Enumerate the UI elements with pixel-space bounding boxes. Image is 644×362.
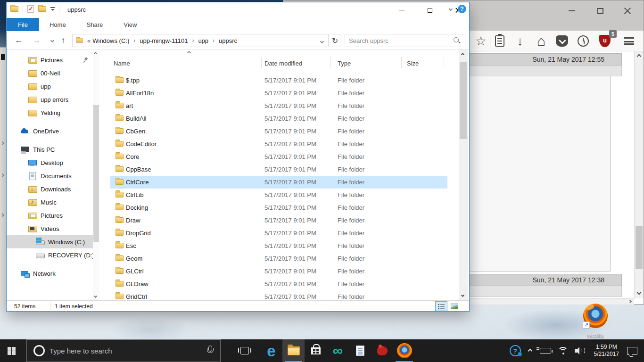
refresh-button[interactable]: ↻ bbox=[329, 34, 341, 47]
file-row[interactable]: BuildAll 5/17/2017 9:01 PM File folder bbox=[110, 112, 447, 125]
scroll-up-icon[interactable] bbox=[637, 54, 642, 59]
address-dropdown-icon[interactable] bbox=[321, 37, 328, 44]
sidebar-item[interactable]: Documents bbox=[7, 169, 93, 182]
scroll-down-icon[interactable] bbox=[461, 294, 464, 297]
taskbar-search-box[interactable] bbox=[26, 339, 221, 362]
new-folder-qat-icon[interactable] bbox=[38, 6, 46, 12]
minimize-button[interactable] bbox=[562, 5, 581, 16]
list-scrollbar[interactable] bbox=[459, 49, 468, 301]
maximize-button[interactable] bbox=[591, 5, 610, 16]
sidebar-item[interactable]: upp bbox=[7, 80, 93, 93]
column-header-date[interactable]: Date modified bbox=[264, 60, 302, 67]
sidebar-item[interactable]: This PC bbox=[7, 143, 93, 156]
file-row[interactable]: AllForI18n 5/17/2017 9:01 PM File folder bbox=[110, 87, 447, 99]
taskbar-app[interactable] bbox=[393, 339, 415, 362]
customize-qat-icon[interactable] bbox=[50, 7, 55, 11]
forward-button[interactable]: → bbox=[31, 34, 43, 47]
file-row[interactable]: CtrlCore 5/17/2017 9:01 PM File folder bbox=[110, 176, 447, 189]
history-icon[interactable] bbox=[575, 33, 591, 49]
reading-list-icon[interactable] bbox=[492, 33, 508, 49]
battery-icon[interactable] bbox=[540, 348, 551, 354]
hidden-icons-chevron[interactable] bbox=[528, 348, 533, 354]
wifi-icon[interactable] bbox=[558, 347, 568, 354]
file-row[interactable]: CbGen 5/17/2017 9:01 PM File folder bbox=[110, 125, 447, 138]
start-button[interactable] bbox=[0, 339, 23, 362]
scroll-right-icon[interactable] bbox=[628, 300, 632, 303]
home-icon[interactable]: ⌂ bbox=[533, 33, 549, 49]
details-view-button[interactable] bbox=[435, 301, 447, 311]
taskbar-app[interactable]: e bbox=[260, 339, 282, 362]
file-row[interactable]: art 5/17/2017 9:01 PM File folder bbox=[110, 99, 447, 112]
sidebar-item[interactable]: RECOVERY (D:) bbox=[7, 248, 93, 262]
pocket-icon[interactable] bbox=[554, 33, 570, 49]
file-row[interactable]: Draw 5/17/2017 9:01 PM File folder bbox=[110, 214, 447, 227]
file-row[interactable]: Esc 5/17/2017 9:01 PM File folder bbox=[110, 239, 447, 252]
taskbar-app[interactable] bbox=[371, 339, 393, 362]
breadcrumb-segment[interactable]: Windows (C:) bbox=[91, 37, 130, 44]
minimize-button[interactable] bbox=[391, 2, 413, 18]
taskbar-app[interactable] bbox=[349, 339, 371, 362]
file-row[interactable]: GLCtrl 5/17/2017 9:01 PM File folder bbox=[110, 265, 447, 278]
ublock-shield-icon[interactable]: u 5 bbox=[597, 33, 613, 49]
sidebar-item[interactable]: Network bbox=[7, 267, 93, 280]
back-button[interactable]: ← bbox=[13, 34, 25, 47]
file-row[interactable]: GridCtrl 5/17/2017 9:01 PM File folder bbox=[110, 290, 447, 301]
task-view-button[interactable] bbox=[233, 339, 256, 362]
file-row[interactable]: CodeEditor 5/17/2017 9:01 PM File folder bbox=[110, 138, 447, 150]
taskbar-app[interactable] bbox=[282, 339, 305, 362]
taskbar-clock[interactable]: 1:59 PM 5/21/2017 bbox=[594, 344, 619, 358]
breadcrumb-separator-icon[interactable]: › bbox=[209, 37, 218, 44]
scroll-up-icon[interactable] bbox=[461, 53, 464, 56]
sidebar-item[interactable]: OneDrive bbox=[7, 124, 93, 138]
taskbar-search-input[interactable] bbox=[50, 347, 206, 355]
scroll-down-icon[interactable] bbox=[637, 290, 642, 295]
file-row[interactable]: DropGrid 5/17/2017 9:01 PM File folder bbox=[110, 227, 447, 239]
scrollbar-thumb[interactable] bbox=[636, 226, 643, 269]
close-button[interactable] bbox=[618, 5, 637, 16]
microphone-icon[interactable] bbox=[206, 346, 214, 356]
volume-icon[interactable] bbox=[575, 346, 586, 355]
sidebar-item[interactable]: Downloads bbox=[7, 182, 93, 196]
sidebar-item[interactable]: Windows (C:) bbox=[7, 235, 93, 248]
downloads-icon[interactable]: ↓ bbox=[512, 33, 528, 49]
scroll-up-icon[interactable] bbox=[94, 52, 97, 55]
taskbar-app[interactable] bbox=[305, 339, 327, 362]
vertical-scrollbar[interactable] bbox=[634, 51, 644, 298]
properties-qat-icon[interactable] bbox=[27, 5, 34, 13]
file-row[interactable]: CppBase 5/17/2017 9:01 PM File folder bbox=[110, 163, 447, 176]
file-row[interactable]: Docking 5/17/2017 9:01 PM File folder bbox=[110, 201, 447, 214]
taskbar-app[interactable]: ∞ bbox=[327, 339, 349, 362]
sidebar-item[interactable]: Music bbox=[7, 196, 93, 209]
file-row[interactable]: CtrlLib 5/17/2017 9:01 PM File folder bbox=[110, 189, 447, 201]
breadcrumb-segment[interactable]: upp bbox=[197, 37, 209, 44]
address-bar[interactable]: « Windows (C:) › upp-mingw-11101 › upp ›… bbox=[72, 34, 329, 47]
search-box[interactable] bbox=[345, 34, 465, 47]
breadcrumb-segment[interactable]: uppsrc bbox=[218, 37, 238, 44]
help-button[interactable]: ? bbox=[458, 5, 466, 13]
scroll-down-icon[interactable] bbox=[94, 295, 97, 298]
sidebar-item[interactable]: 00-Neil bbox=[7, 66, 93, 80]
sidebar-scrollbar[interactable] bbox=[93, 49, 99, 301]
get-help-tray-icon[interactable]: ? bbox=[510, 345, 521, 356]
expand-ribbon-icon[interactable] bbox=[449, 7, 453, 11]
column-header-type[interactable]: Type bbox=[338, 60, 351, 67]
maximize-button[interactable] bbox=[419, 2, 441, 18]
scrollbar-thumb[interactable] bbox=[460, 62, 467, 139]
column-header-size[interactable]: Size bbox=[407, 60, 419, 67]
bookmark-star-icon[interactable]: ☆ bbox=[473, 33, 489, 49]
breadcrumb-segment[interactable]: upp-mingw-11101 bbox=[139, 37, 189, 44]
file-row[interactable]: Geom 5/17/2017 9:01 PM File folder bbox=[110, 252, 447, 265]
sidebar-item[interactable]: upp errors bbox=[7, 93, 93, 106]
ribbon-tab[interactable]: View bbox=[113, 18, 147, 31]
large-icons-view-button[interactable] bbox=[448, 301, 461, 311]
breadcrumb-separator-icon[interactable]: › bbox=[130, 37, 139, 44]
sidebar-item[interactable]: Pictures bbox=[7, 209, 93, 222]
file-row[interactable]: GLDraw 5/17/2017 9:01 PM File folder bbox=[110, 278, 447, 290]
file-row[interactable]: Core 5/17/2017 9:01 PM File folder bbox=[110, 150, 447, 163]
ribbon-tab[interactable]: File bbox=[7, 18, 39, 31]
sidebar-item[interactable]: Yelding bbox=[7, 106, 93, 119]
sidebar-item[interactable]: Videos bbox=[7, 222, 93, 235]
up-button[interactable]: ↑ bbox=[57, 34, 69, 47]
action-center-icon[interactable] bbox=[627, 347, 637, 355]
sidebar-item[interactable]: Desktop bbox=[7, 156, 93, 169]
